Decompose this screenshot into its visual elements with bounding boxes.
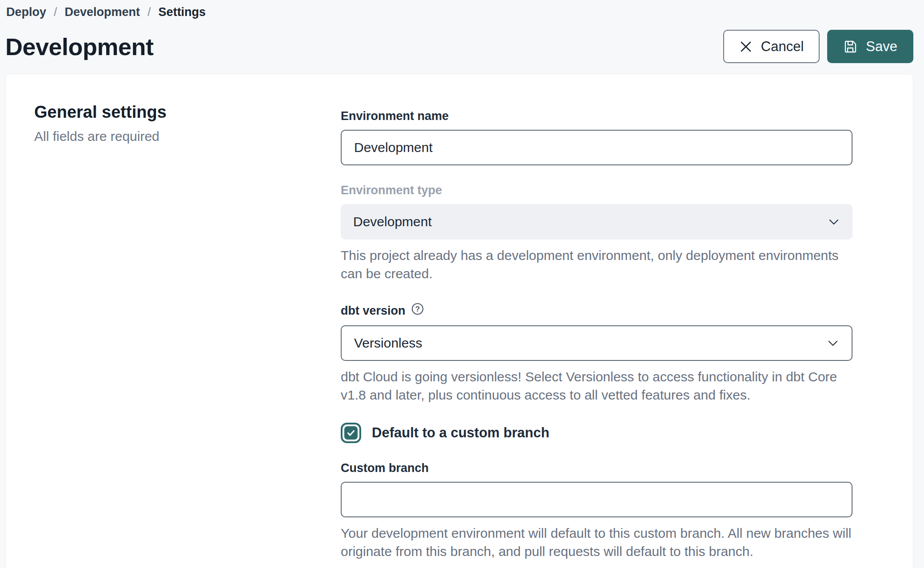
environment-type-value: Development — [353, 214, 432, 229]
cancel-button[interactable]: Cancel — [723, 30, 820, 63]
custom-branch-label: Custom branch — [341, 461, 852, 476]
dbt-version-help: dbt Cloud is going versionless! Select V… — [341, 368, 852, 404]
header-actions: Cancel Save — [723, 30, 913, 63]
settings-form: Environment name Environment type Develo… — [341, 103, 852, 568]
environment-name-input[interactable] — [341, 130, 852, 165]
x-icon — [739, 40, 753, 53]
dbt-version-select[interactable]: Versionless — [341, 325, 852, 361]
svg-text:?: ? — [415, 305, 419, 313]
environment-type-group: Environment type Development This projec… — [341, 183, 852, 283]
cancel-button-label: Cancel — [761, 39, 804, 55]
section-title: General settings — [34, 103, 341, 122]
environment-name-label: Environment name — [341, 109, 852, 124]
custom-branch-toggle[interactable]: Default to a custom branch — [341, 423, 852, 443]
chevron-down-icon — [828, 214, 840, 229]
custom-branch-toggle-label: Default to a custom branch — [372, 425, 550, 441]
custom-branch-group: Custom branch Your development environme… — [341, 461, 852, 560]
breadcrumb-deploy[interactable]: Deploy — [6, 5, 46, 19]
dbt-version-value: Versionless — [354, 336, 422, 351]
environment-type-label: Environment type — [341, 183, 852, 198]
section-heading-block: General settings All fields are required — [34, 103, 341, 568]
custom-branch-help: Your development environment will defaul… — [341, 524, 852, 560]
floppy-disk-icon — [843, 40, 857, 54]
environment-type-select: Development — [341, 204, 852, 240]
chevron-down-icon — [827, 336, 839, 351]
environment-name-group: Environment name — [341, 109, 852, 165]
question-circle-icon[interactable]: ? — [411, 302, 424, 319]
breadcrumb-separator: / — [54, 5, 57, 19]
section-subtitle: All fields are required — [34, 129, 341, 144]
dbt-version-label: dbt version ? — [341, 302, 852, 319]
custom-branch-input[interactable] — [341, 482, 852, 517]
dbt-version-group: dbt version ? Versionless dbt Cloud is g… — [341, 302, 852, 404]
dbt-version-label-text: dbt version — [341, 304, 406, 318]
save-button-label: Save — [866, 39, 897, 55]
breadcrumb: Deploy / Development / Settings — [0, 0, 924, 19]
breadcrumb-settings: Settings — [159, 5, 206, 19]
page-header: Development Cancel Save — [0, 30, 924, 63]
page-title: Development — [5, 33, 154, 60]
general-settings-card: General settings All fields are required… — [5, 74, 913, 568]
environment-type-help: This project already has a development e… — [341, 246, 852, 283]
checkmark-icon — [344, 426, 358, 440]
custom-branch-checkbox[interactable] — [341, 423, 361, 443]
breadcrumb-separator: / — [147, 5, 151, 19]
save-button[interactable]: Save — [827, 30, 913, 63]
breadcrumb-development[interactable]: Development — [65, 5, 140, 19]
